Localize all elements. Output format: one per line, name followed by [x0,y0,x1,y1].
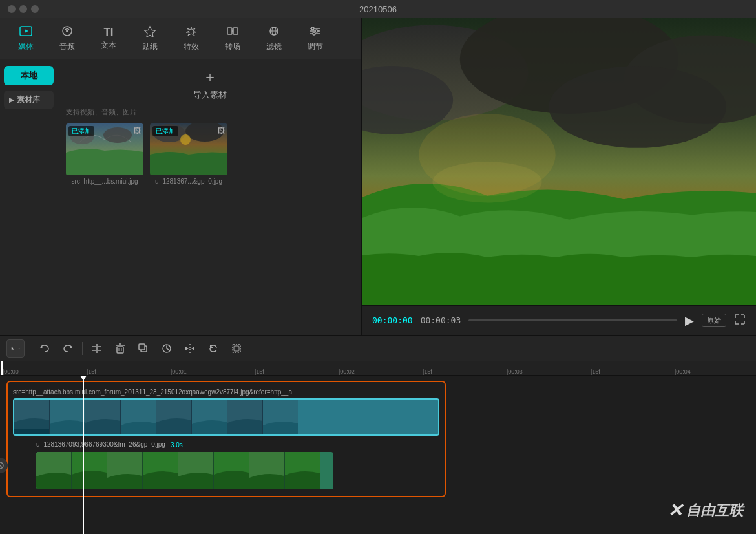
mute-button[interactable] [0,458,8,473]
thumb-label-1: src=http__...bs.miui.jpg [71,178,138,185]
svg-rect-5 [233,28,238,34]
track-2: u=1281367093,966769300&fm=26&gp=0.jpg 3.… [36,441,439,489]
left-panel: 媒体 音频 TI 文本 贴纸 [0,18,362,335]
time-current: 00:00:00 [372,315,413,325]
track-2-duration: 3.0s [171,442,183,449]
close-dot[interactable] [8,5,16,13]
thumb-2[interactable]: 已添加 🖼 [150,123,227,175]
toolbar-adjust-label: 调节 [308,41,323,52]
svg-line-65 [0,464,2,467]
toolbar: 媒体 音频 TI 文本 贴纸 [0,18,361,59]
preview-video [362,18,756,305]
top-section: 媒体 音频 TI 文本 贴纸 [0,18,756,335]
redo-button[interactable] [59,339,77,358]
svg-point-3 [66,30,68,32]
import-label: 导入素材 [193,89,227,101]
filter-icon [268,25,280,39]
track-2-clip[interactable] [36,452,333,489]
maximize-dot[interactable] [31,5,39,13]
plus-icon: ＋ [203,67,217,87]
track-1-label: src=http__attach.bbs.miui.com_forum_2013… [13,389,439,396]
divider-1 [30,342,30,355]
svg-rect-4 [227,28,232,34]
titlebar: 20210506 [0,0,756,18]
delete-button[interactable] [111,339,129,358]
loop-button[interactable] [158,339,176,358]
svg-rect-56 [14,429,49,434]
toolbar-effect[interactable]: 特效 [172,22,211,56]
media-item-1[interactable]: 已添加 🖼 src=http__...bs.miui.jpg [66,123,143,185]
toolbar-sticker[interactable]: 贴纸 [131,22,169,56]
track-container: src=http__attach.bbs.miui.com_forum_2013… [6,381,446,497]
playhead[interactable] [83,376,84,534]
window-controls[interactable] [8,5,39,13]
minimize-dot[interactable] [19,5,27,13]
toolbar-filter[interactable]: 滤镜 [255,22,293,56]
toolbar-adjust[interactable]: 调节 [296,22,335,56]
track-1: src=http__attach.bbs.miui.com_forum_2013… [13,389,439,436]
progress-bar[interactable] [468,319,677,321]
svg-point-15 [313,32,315,35]
media-item-2[interactable]: 已添加 🖼 u=1281367...&gp=0.jpg [150,123,227,185]
badge-1: 已添加 [68,126,94,136]
arrow-icon: ▶ [9,96,14,103]
split-button[interactable] [88,339,106,358]
media-grid: ＋ 导入素材 支持视频、音频、图片 [58,59,361,335]
adjust-icon [309,25,322,39]
preview-panel: 00:00:00 00:00:03 ▶ 原始 [362,18,756,335]
undo-button[interactable] [36,339,54,358]
svg-point-14 [315,30,318,32]
svg-point-24 [180,134,191,145]
svg-rect-47 [139,344,145,350]
badge-text-2: 已添加 [156,127,175,136]
toolbar-audio-label: 音频 [59,41,75,52]
timeline-area[interactable]: src=http__attach.bbs.miui.com_forum_2013… [0,376,756,534]
toolbar-sticker-label: 贴纸 [142,41,158,52]
toolbar-effect-label: 特效 [184,41,199,52]
mirror-button[interactable] [181,339,199,358]
bottom-section: |00:00 |15f |00:01 |15f |00:02 [0,335,756,534]
toolbar-media[interactable]: 媒体 [6,22,45,56]
svg-point-13 [311,27,314,30]
toolbar-audio[interactable]: 音频 [48,22,87,56]
origin-button[interactable]: 原始 [702,314,726,327]
svg-marker-50 [185,347,189,350]
toolbar-transition-label: 转场 [225,41,240,52]
svg-marker-51 [191,347,194,350]
toolbar-transition[interactable]: 转场 [213,22,252,56]
svg-rect-54 [234,346,239,351]
sticker-icon [143,25,156,39]
duplicate-button[interactable] [134,339,152,358]
media-content: 本地 ▶ 素材库 ＋ 导入素材 支持视频、音频、图片 [0,59,361,335]
track-2-label: u=1281367093,966769300&fm=26&gp=0.jpg [36,441,165,448]
fullscreen-button[interactable] [734,314,746,328]
rotate-button[interactable] [204,339,222,358]
divider-2 [82,342,83,355]
left-sidebar: 本地 ▶ 素材库 [0,59,58,335]
effect-icon [185,25,198,39]
import-button[interactable]: ＋ 导入素材 [66,67,353,101]
playhead-triangle [80,376,87,381]
crop-button[interactable] [227,339,246,358]
image-icon-1: 🖼 [133,126,141,135]
play-button[interactable]: ▶ [685,314,694,328]
svg-marker-1 [25,29,28,33]
timeline-toolbar [0,336,756,361]
track-2-wrap: u=1281367093,966769300&fm=26&gp=0.jpg 3.… [13,441,439,489]
media-thumbnails: 已添加 🖼 src=http__...bs.miui.jpg [66,123,353,185]
select-tool[interactable] [6,339,25,358]
timeline-ruler: |00:00 |15f |00:01 |15f |00:02 [0,361,756,376]
badge-text-1: 已添加 [72,127,91,136]
time-total: 00:00:03 [421,315,461,325]
track-1-clip[interactable] [13,398,439,436]
timeline-content: src=http__attach.bbs.miui.com_forum_2013… [0,376,756,534]
ruler-playhead [1,361,3,375]
preview-controls: 00:00:00 00:00:03 ▶ 原始 [362,305,756,335]
toolbar-text[interactable]: TI 文本 [89,22,128,56]
thumb-1[interactable]: 已添加 🖼 [66,123,143,175]
main-layout: 媒体 音频 TI 文本 贴纸 [0,18,756,534]
library-btn[interactable]: ▶ 素材库 [4,91,54,109]
local-btn[interactable]: 本地 [4,66,54,85]
import-hint: 支持视频、音频、图片 [66,107,353,117]
svg-rect-41 [117,347,123,353]
